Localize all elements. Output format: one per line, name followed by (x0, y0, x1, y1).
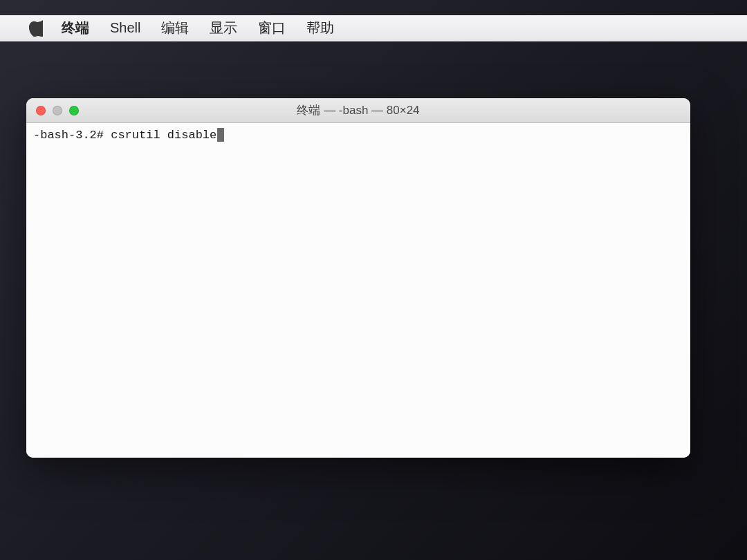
minimize-button[interactable] (53, 106, 62, 115)
apple-logo-icon (29, 20, 43, 37)
maximize-button[interactable] (69, 106, 79, 115)
apple-menu-icon[interactable] (21, 20, 51, 37)
menu-view[interactable]: 显示 (199, 15, 248, 41)
window-title: 终端 — -bash — 80×24 (297, 102, 419, 118)
shell-command: csrutil disable (111, 129, 216, 142)
cursor-icon (217, 128, 224, 142)
menu-help[interactable]: 帮助 (296, 15, 344, 41)
terminal-line: -bash-3.2# csrutil disable (33, 127, 224, 144)
traffic-lights (26, 106, 79, 115)
menu-edit[interactable]: 编辑 (151, 15, 199, 41)
window-titlebar[interactable]: 终端 — -bash — 80×24 (26, 98, 690, 123)
menu-window[interactable]: 窗口 (248, 15, 296, 41)
terminal-content[interactable]: -bash-3.2# csrutil disable (26, 123, 690, 458)
shell-prompt: -bash-3.2# (33, 129, 111, 142)
menubar: 终端 Shell 编辑 显示 窗口 帮助 (0, 15, 747, 41)
menu-shell[interactable]: Shell (100, 15, 151, 41)
close-button[interactable] (36, 106, 46, 115)
terminal-window: 终端 — -bash — 80×24 -bash-3.2# csrutil di… (26, 98, 690, 458)
menu-app-name[interactable]: 终端 (51, 15, 100, 41)
